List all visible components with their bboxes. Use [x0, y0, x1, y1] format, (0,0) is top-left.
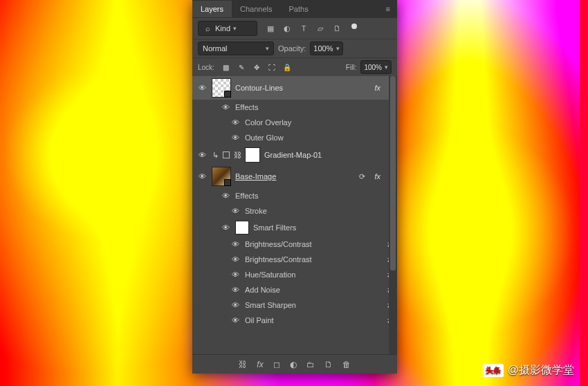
- panel-tabbar: Layers Channels Paths ≡: [192, 0, 397, 18]
- layer-gradient-map[interactable]: 👁 ↳ ⛓ Gradient-Map-01: [192, 145, 397, 165]
- canvas-edge-stripe: [580, 0, 588, 386]
- smartobj-badge-icon: [224, 91, 231, 98]
- fx-indicator[interactable]: fx: [374, 172, 380, 181]
- filter-type-icon[interactable]: T: [299, 24, 309, 33]
- visibility-toggle-icon[interactable]: 👁: [230, 255, 241, 264]
- filter-type-icons: ▦ ◐ T ▱ 🗋: [266, 24, 357, 33]
- lock-transparency-icon[interactable]: ▩: [221, 62, 231, 72]
- filter-hue-saturation[interactable]: 👁 Hue/Saturation ⇄: [192, 267, 397, 282]
- lock-fill-row: Lock: ▩ ✎ ✥ ⛶ 🔒 Fill: 100% ▾: [192, 58, 397, 76]
- watermark-text: @摄影微学堂: [508, 363, 574, 378]
- layers-list: 👁 Contour-Lines fx ⌃ 👁 Effects 👁 Color O…: [192, 76, 397, 354]
- chevron-down-icon: ▾: [385, 64, 388, 71]
- layer-name[interactable]: Gradient-Map-01: [264, 151, 393, 159]
- link-icon[interactable]: ⛓: [234, 151, 241, 159]
- layer-name[interactable]: Contour-Lines: [235, 84, 367, 92]
- layer-name[interactable]: Base-Image: [235, 172, 355, 181]
- lock-position-icon[interactable]: ✥: [252, 62, 261, 72]
- blend-mode-select[interactable]: Normal ▾: [198, 42, 274, 55]
- visibility-toggle-icon[interactable]: 👁: [230, 207, 241, 215]
- opacity-input[interactable]: 100% ▾: [310, 42, 342, 55]
- add-fx-icon[interactable]: fx: [257, 360, 263, 369]
- add-mask-icon[interactable]: ◻: [273, 360, 280, 369]
- layer-thumbnail[interactable]: [212, 167, 231, 186]
- layers-panel-footer: ⛓ fx ◻ ◐ 🗀 🗋 🗑: [192, 354, 397, 374]
- filter-smartobj-icon[interactable]: 🗋: [332, 24, 342, 33]
- search-icon: ⌕: [203, 24, 212, 33]
- lock-brush-icon[interactable]: ✎: [237, 62, 246, 72]
- layer-base-image[interactable]: 👁 Base-Image ⟳ fx ⌃: [192, 165, 397, 188]
- tab-paths[interactable]: Paths: [281, 1, 317, 17]
- filter-pixel-icon[interactable]: ▦: [266, 24, 275, 33]
- smartobj-link-icon: ⟳: [359, 172, 367, 181]
- effect-name: Stroke: [245, 207, 393, 215]
- delete-layer-icon[interactable]: 🗑: [342, 360, 351, 369]
- fx-indicator[interactable]: fx: [374, 84, 380, 92]
- effects-header[interactable]: 👁 Effects: [192, 188, 397, 203]
- filter-mask-thumbnail[interactable]: [235, 221, 249, 235]
- visibility-toggle-icon[interactable]: 👁: [230, 134, 241, 142]
- layer-contour-lines[interactable]: 👁 Contour-Lines fx ⌃: [192, 76, 397, 100]
- filter-kind-select[interactable]: ⌕ Kind ▾: [198, 21, 257, 36]
- visibility-toggle-icon[interactable]: 👁: [220, 192, 231, 200]
- tab-channels[interactable]: Channels: [232, 1, 280, 17]
- chevron-down-icon: ▾: [266, 45, 269, 52]
- filter-brightness-contrast[interactable]: 👁 Brightness/Contrast ⇄: [192, 237, 397, 252]
- smart-filters-label: Smart Filters: [253, 223, 393, 232]
- visibility-toggle-icon[interactable]: 👁: [220, 223, 231, 232]
- smart-filters-header[interactable]: 👁 Smart Filters: [192, 219, 397, 237]
- fill-input[interactable]: 100% ▾: [360, 60, 392, 74]
- tab-layers[interactable]: Layers: [192, 1, 232, 17]
- lock-label: Lock:: [198, 64, 214, 71]
- filter-add-noise[interactable]: 👁 Add Noise ⇄: [192, 282, 397, 297]
- effects-label: Effects: [235, 192, 393, 200]
- filter-adjustment-icon[interactable]: ◐: [282, 24, 292, 33]
- layer-mask-thumbnail[interactable]: [245, 147, 260, 163]
- filter-toggle-icon[interactable]: [351, 24, 357, 29]
- chevron-down-icon: ▾: [336, 45, 340, 52]
- effects-label: Effects: [235, 103, 393, 111]
- visibility-toggle-icon[interactable]: 👁: [230, 270, 241, 279]
- filter-name: Brightness/Contrast: [245, 255, 383, 264]
- panel-menu-icon[interactable]: ≡: [379, 5, 397, 13]
- new-layer-icon[interactable]: 🗋: [324, 360, 333, 369]
- effect-stroke[interactable]: 👁 Stroke: [192, 203, 397, 219]
- visibility-toggle-icon[interactable]: 👁: [230, 240, 241, 248]
- visibility-toggle-icon[interactable]: 👁: [230, 286, 241, 294]
- filter-smart-sharpen[interactable]: 👁 Smart Sharpen ⇄: [192, 297, 397, 313]
- watermark-badge: 头条: [483, 364, 504, 377]
- adjustment-icon[interactable]: [223, 151, 230, 158]
- filter-name: Oil Paint: [245, 316, 383, 324]
- link-layers-icon[interactable]: ⛓: [239, 360, 247, 369]
- filter-kind-label: Kind: [215, 24, 230, 33]
- effects-header[interactable]: 👁 Effects: [192, 100, 397, 115]
- visibility-toggle-icon[interactable]: 👁: [196, 172, 208, 181]
- filter-brightness-contrast[interactable]: 👁 Brightness/Contrast ⇄: [192, 252, 397, 267]
- visibility-toggle-icon[interactable]: 👁: [196, 84, 208, 92]
- scrollbar-thumb[interactable]: [390, 76, 396, 270]
- clip-indicator-icon: ↳: [212, 151, 219, 160]
- effect-color-overlay[interactable]: 👁 Color Overlay: [192, 115, 397, 130]
- filter-name: Brightness/Contrast: [245, 240, 383, 248]
- chevron-down-icon: ▾: [233, 25, 237, 32]
- smartobj-badge-icon: [224, 179, 231, 186]
- visibility-toggle-icon[interactable]: 👁: [230, 316, 241, 324]
- filter-oil-paint[interactable]: 👁 Oil Paint ⇄: [192, 313, 397, 328]
- fill-label: Fill:: [346, 64, 357, 71]
- add-adjustment-icon[interactable]: ◐: [290, 360, 297, 369]
- visibility-toggle-icon[interactable]: 👁: [220, 103, 231, 111]
- panel-scrollbar[interactable]: [389, 76, 397, 354]
- layer-thumbnail[interactable]: [212, 78, 231, 98]
- filter-shape-icon[interactable]: ▱: [315, 24, 325, 33]
- visibility-toggle-icon[interactable]: 👁: [230, 301, 241, 309]
- layer-filter-row: ⌕ Kind ▾ ▦ ◐ T ▱ 🗋: [192, 18, 397, 39]
- layers-panel: Layers Channels Paths ≡ ⌕ Kind ▾ ▦ ◐ T ▱…: [192, 0, 397, 374]
- visibility-toggle-icon[interactable]: 👁: [230, 118, 241, 127]
- filter-name: Hue/Saturation: [245, 270, 383, 279]
- fill-value: 100%: [364, 64, 382, 71]
- visibility-toggle-icon[interactable]: 👁: [196, 151, 208, 159]
- effect-outer-glow[interactable]: 👁 Outer Glow: [192, 130, 397, 145]
- lock-all-icon[interactable]: 🔒: [282, 62, 292, 72]
- new-group-icon[interactable]: 🗀: [306, 360, 315, 369]
- lock-artboard-icon[interactable]: ⛶: [267, 62, 277, 72]
